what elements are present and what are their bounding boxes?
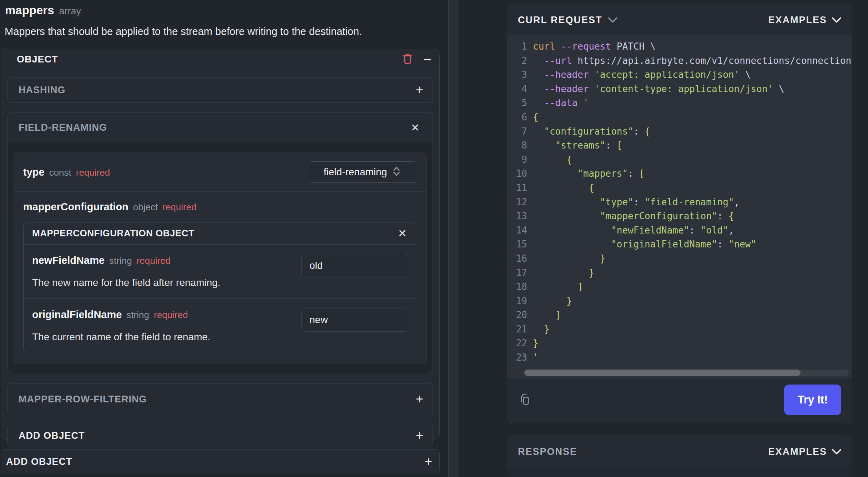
close-icon[interactable]: ✕ — [398, 228, 407, 239]
hashing-section[interactable]: HASHING + — [7, 77, 433, 103]
curl-request-toggle[interactable]: CURL REQUEST — [518, 15, 617, 26]
plus-icon[interactable]: + — [416, 429, 423, 442]
curl-request-header: CURL REQUEST EXAMPLES — [507, 5, 852, 35]
code-line: 13 "mapperConfiguration": { — [507, 209, 852, 224]
line-number: 15 — [511, 237, 527, 252]
line-number: 12 — [511, 195, 527, 210]
code-line: 3 --header 'accept: application/json' \ — [507, 68, 852, 82]
mapper-row-filtering-label: MAPPER-ROW-FILTERING — [19, 394, 147, 405]
code-line: 4 --header 'content-type: application/js… — [507, 82, 852, 96]
type-property-required: required — [76, 167, 110, 178]
curl-request-card: CURL REQUEST EXAMPLES 1curl --request PA… — [507, 5, 852, 423]
code-line: 2 --url https://api.airbyte.com/v1/conne… — [507, 54, 852, 68]
object-card: OBJECT − HASHING + — [1, 49, 440, 440]
line-number: 18 — [511, 280, 527, 294]
line-number: 21 — [511, 322, 527, 337]
mapperconfiguration-object-box: MAPPERCONFIGURATION OBJECT ✕ newFieldNam… — [23, 222, 417, 353]
code-line: 7 "configurations": { — [507, 125, 852, 139]
mapper-row-filtering-section[interactable]: MAPPER-ROW-FILTERING + — [7, 383, 433, 415]
line-number: 23 — [511, 351, 527, 365]
collapse-object-button[interactable]: − — [424, 53, 432, 66]
curl-examples-button[interactable]: EXAMPLES — [768, 15, 841, 26]
plus-icon[interactable]: + — [425, 455, 432, 468]
plus-icon[interactable]: + — [416, 84, 423, 96]
code-examples-panel: CURL REQUEST EXAMPLES 1curl --request PA… — [507, 0, 852, 477]
add-object-button-outer[interactable]: ADD OBJECT + — [1, 449, 440, 474]
code-line: 5 --data ' — [507, 96, 852, 110]
line-number: 14 — [511, 224, 527, 238]
line-number: 2 — [511, 54, 527, 68]
horizontal-scrollbar-thumb[interactable] — [524, 370, 801, 376]
line-number: 20 — [511, 308, 527, 322]
curl-card-footer: Try It! — [507, 377, 852, 423]
copy-code-button[interactable] — [518, 392, 532, 408]
code-line: 8 "streams": [ — [507, 139, 852, 153]
field-title: mappers array — [5, 4, 81, 17]
mapper-configuration-kind: object — [133, 202, 158, 213]
line-number: 19 — [511, 294, 527, 308]
newfieldname-name: newFieldName — [32, 255, 105, 266]
newfieldname-input[interactable] — [301, 254, 408, 277]
field-name: mappers — [5, 4, 54, 17]
line-number: 9 — [511, 153, 527, 167]
line-number: 13 — [511, 209, 527, 224]
schema-panel: mappers array Mappers that should be app… — [0, 0, 448, 477]
originalfieldname-row: originalFieldName string required The cu… — [24, 298, 417, 353]
code-line: 6{ — [507, 110, 852, 125]
try-it-button[interactable]: Try It! — [784, 385, 841, 415]
code-line: 14 "newFieldName": "old", — [507, 224, 852, 238]
line-number: 22 — [511, 336, 527, 351]
response-examples-button[interactable]: EXAMPLES — [768, 446, 841, 457]
field-description: Mappers that should be applied to the st… — [5, 26, 362, 37]
code-line: 20 ] — [507, 308, 852, 322]
object-card-body: HASHING + FIELD-RENAMING ✕ type const — [1, 70, 439, 454]
add-object-button-inner[interactable]: ADD OBJECT + — [7, 424, 433, 447]
code-line: 16 } — [507, 252, 852, 266]
add-object-outer-label: ADD OBJECT — [6, 456, 72, 467]
newfieldname-description: The new name for the field after renamin… — [32, 277, 301, 288]
delete-object-button[interactable] — [402, 52, 414, 66]
originalfieldname-required: required — [154, 310, 188, 321]
mapper-configuration-row: mapperConfiguration object required MAPP… — [14, 192, 427, 364]
response-card: RESPONSE EXAMPLES — [507, 436, 852, 477]
code-line: 18 ] — [507, 280, 852, 294]
copy-icon — [518, 392, 532, 408]
line-number: 6 — [511, 110, 527, 125]
add-object-inner-label: ADD OBJECT — [19, 430, 85, 441]
horizontal-scrollbar[interactable] — [524, 370, 849, 376]
code-block: 1curl --request PATCH \2 --url https://a… — [507, 35, 852, 378]
column-divider — [490, 0, 490, 477]
line-number: 17 — [511, 266, 527, 280]
code-lines: 1curl --request PATCH \2 --url https://a… — [507, 40, 852, 365]
plus-icon[interactable]: + — [416, 393, 423, 406]
line-number: 1 — [511, 40, 527, 54]
type-property-row: type const required field-renaming — [14, 153, 427, 192]
vertical-scrollbar[interactable] — [448, 0, 458, 477]
type-property-name: type — [23, 166, 45, 178]
object-card-header: OBJECT − — [1, 49, 439, 70]
chevron-down-icon — [832, 15, 841, 26]
code-line: 15 "originalFieldName": "new" — [507, 237, 852, 252]
response-body — [507, 468, 852, 477]
field-renaming-header: FIELD-RENAMING ✕ — [8, 112, 433, 143]
mapper-configuration-name: mapperConfiguration — [23, 201, 128, 213]
newfieldname-row: newFieldName string required The new nam… — [24, 245, 417, 298]
line-number: 5 — [511, 96, 527, 110]
field-type-badge: array — [59, 6, 81, 17]
mapperconfiguration-object-title: MAPPERCONFIGURATION OBJECT — [32, 228, 195, 239]
line-number: 4 — [511, 82, 527, 96]
response-header: RESPONSE EXAMPLES — [507, 436, 852, 468]
originalfieldname-kind: string — [126, 310, 149, 321]
type-property-kind: const — [49, 167, 71, 178]
code-line: 9 { — [507, 153, 852, 167]
minus-icon: − — [424, 53, 432, 66]
type-select-value: field-renaming — [324, 166, 387, 178]
hashing-label: HASHING — [19, 85, 66, 96]
type-select[interactable]: field-renaming — [308, 161, 417, 183]
originalfieldname-description: The current name of the field to rename. — [32, 331, 301, 343]
code-line: 22} — [507, 336, 852, 351]
close-icon[interactable]: ✕ — [411, 122, 420, 133]
trash-icon — [402, 52, 414, 66]
originalfieldname-input[interactable] — [301, 308, 408, 332]
line-number: 11 — [511, 181, 527, 195]
